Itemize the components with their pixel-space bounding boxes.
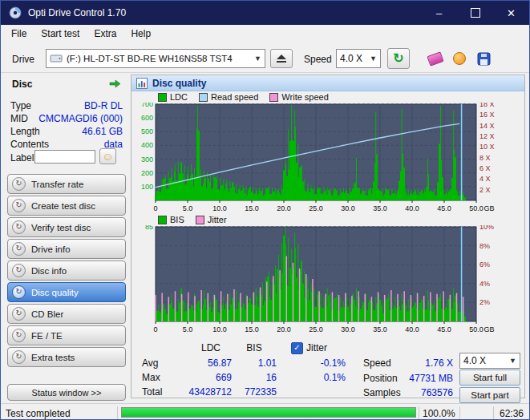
close-button[interactable]: ✕	[493, 1, 529, 25]
drive-info-icon: ↻	[12, 242, 26, 256]
read-speed-legend-swatch	[199, 93, 208, 102]
svg-text:10%: 10%	[479, 225, 494, 231]
menu-file[interactable]: File	[4, 26, 34, 41]
drive-select[interactable]: (F:) HL-DT-ST BD-RE WH16NS58 TST4 ▼	[46, 49, 265, 68]
fe-te-icon: ↻	[12, 329, 26, 342]
sidebar-item-fe-te[interactable]: ↻FE / TE	[7, 325, 126, 345]
disc-quality-icon: ↻	[12, 285, 26, 299]
ldc-legend-swatch	[158, 93, 167, 102]
disc-type-label: Type	[10, 100, 31, 111]
chevron-down-icon: ▼	[506, 357, 516, 365]
refresh-icon: ↻	[393, 52, 403, 65]
stats-avg-label: Avg	[142, 357, 158, 369]
result-speed-select-value: 4.0 X	[463, 355, 486, 366]
sidebar-item-extra-tests[interactable]: ↻Extra tests	[7, 347, 126, 367]
refresh-drive-button[interactable]: ↻	[387, 48, 410, 69]
disc-refresh-icon[interactable]	[108, 78, 123, 91]
svg-text:0: 0	[153, 204, 157, 212]
app-icon	[9, 6, 22, 19]
stats-max-bis: 16	[238, 372, 277, 383]
svg-text:50.0: 50.0	[469, 325, 483, 333]
svg-text:10.0: 10.0	[212, 325, 227, 333]
minimize-button[interactable]: –	[421, 1, 457, 25]
speed-select[interactable]: 4.0 X ▼	[336, 49, 381, 68]
jitter-checkbox[interactable]: ✓	[291, 342, 303, 354]
svg-text:4 X: 4 X	[479, 175, 491, 183]
disc-mid-label: MID	[10, 113, 28, 124]
menu-help[interactable]: Help	[123, 26, 158, 41]
svg-text:10.0: 10.0	[212, 204, 227, 212]
stats-max-label: Max	[142, 372, 160, 383]
menu-extra[interactable]: Extra	[87, 26, 123, 41]
svg-text:6 X: 6 X	[479, 164, 491, 172]
window-title: Opti Drive Control 1.70	[28, 7, 126, 18]
sidebar-item-create-test-disc[interactable]: ↻Create test disc	[7, 196, 126, 216]
samples-stat-label: Samples	[363, 387, 401, 398]
jitter-legend-swatch	[196, 216, 204, 224]
ldc-read-speed-chart: 05.010.015.020.025.030.035.040.045.050.0…	[131, 103, 502, 215]
chart-icon	[136, 78, 148, 89]
jitter-legend-label: Jitter	[208, 215, 227, 224]
menu-bar: File Start test Extra Help	[1, 25, 529, 42]
save-icon	[477, 52, 491, 66]
elapsed-time: 62:36	[500, 408, 524, 419]
sidebar-item-verify-test-disc[interactable]: ↻Verify test disc	[7, 217, 126, 237]
svg-text:15.0: 15.0	[245, 204, 259, 212]
read-speed-legend-label: Read speed	[211, 92, 258, 102]
disc-label-label: Label	[10, 152, 34, 164]
position-stat-label: Position	[363, 373, 398, 384]
disc-type-value: BD-R DL	[33, 100, 123, 111]
svg-text:5.0: 5.0	[183, 204, 193, 212]
tools-button[interactable]	[450, 49, 469, 68]
disc-label-smiley-button[interactable]: ☺	[99, 148, 116, 164]
svg-text:12 X: 12 X	[479, 132, 495, 140]
drive-label: Drive	[12, 54, 34, 65]
svg-text:15.0: 15.0	[245, 325, 259, 333]
status-window-button[interactable]: Status window >>	[7, 384, 126, 401]
create-test-disc-icon: ↻	[12, 199, 26, 212]
result-speed-select[interactable]: 4.0 X ▼	[459, 353, 520, 369]
panel-header: Disc quality	[131, 75, 524, 91]
erase-disc-button[interactable]	[426, 49, 445, 68]
stats-ldc-header: LDC	[190, 342, 232, 353]
maximize-icon	[471, 8, 480, 18]
menu-start-test[interactable]: Start test	[34, 26, 87, 41]
disc-label-input[interactable]	[34, 150, 95, 164]
svg-text:40.0: 40.0	[405, 325, 419, 333]
maximize-button[interactable]	[457, 1, 493, 25]
start-full-button[interactable]: Start full	[459, 370, 520, 386]
sidebar-item-transfer-rate[interactable]: ↻Transfer rate	[7, 174, 126, 194]
chevron-down-icon: ▼	[366, 55, 377, 63]
svg-text:700: 700	[141, 103, 153, 108]
svg-text:85: 85	[145, 225, 153, 231]
eraser-icon	[427, 51, 443, 66]
eject-button[interactable]	[270, 49, 293, 68]
stats-avg-ldc: 56.87	[174, 357, 232, 369]
position-stat-value: 47731 MB	[402, 373, 453, 384]
svg-text:GB: GB	[483, 204, 494, 212]
samples-stat-value: 763576	[402, 387, 453, 398]
svg-text:2%: 2%	[479, 298, 490, 306]
disc-mid-value: CMCMAGDI6 (000)	[33, 113, 123, 124]
disc-panel-title: Disc	[12, 79, 32, 90]
write-speed-legend-label: Write speed	[281, 92, 329, 102]
bis-jitter-chart: 05.010.015.020.025.030.035.040.045.050.0…	[131, 225, 502, 337]
svg-text:30.0: 30.0	[341, 204, 355, 212]
svg-text:35.0: 35.0	[373, 204, 387, 212]
start-part-button[interactable]: Start part	[459, 387, 520, 403]
disc-info-icon: ↻	[12, 264, 26, 277]
sidebar-item-cd-bler[interactable]: ↻CD Bler	[7, 304, 126, 324]
stats-max-jitter: 0.1%	[305, 372, 346, 383]
status-text: Test completed	[6, 408, 71, 419]
transfer-rate-icon: ↻	[12, 177, 26, 191]
stats-max-ldc: 669	[174, 372, 232, 383]
sidebar-item-drive-info[interactable]: ↻Drive info	[7, 239, 126, 259]
svg-text:25.0: 25.0	[309, 204, 323, 212]
speed-select-value: 4.0 X	[340, 53, 362, 64]
bis-legend-label: BIS	[170, 215, 184, 224]
save-button[interactable]	[474, 49, 493, 68]
svg-text:45.0: 45.0	[437, 325, 451, 333]
sidebar-item-disc-quality[interactable]: ↻Disc quality	[7, 282, 126, 302]
svg-text:16 X: 16 X	[479, 111, 495, 119]
sidebar-item-disc-info[interactable]: ↻Disc info	[7, 260, 126, 281]
